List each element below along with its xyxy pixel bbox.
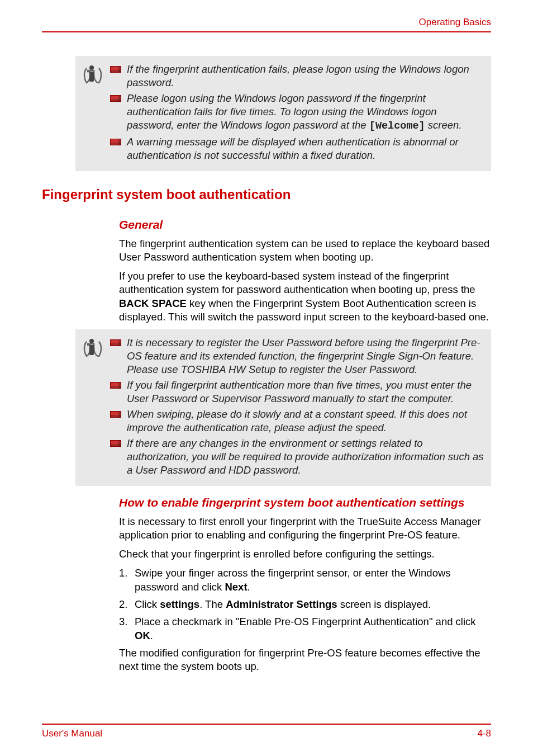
note-text: It is necessary to register the User Pas…: [127, 336, 484, 376]
bullet-icon: [110, 440, 121, 447]
list-item: 2. Click settings. The Administrator Set…: [119, 598, 491, 612]
step-text: Click settings. The Administrator Settin…: [135, 598, 491, 612]
note-text: A warning message will be displayed when…: [127, 135, 484, 162]
list-item: 1. Swipe your finger across the fingerpr…: [119, 566, 491, 594]
svg-point-3: [89, 339, 94, 343]
page-header: Operating Basics: [42, 17, 491, 32]
paragraph: Check that your fingerprint is enrolled …: [119, 547, 491, 561]
info-icon: [82, 336, 110, 479]
paragraph: If you prefer to use the keyboard-based …: [119, 270, 491, 323]
step-text: Swipe your finger across the fingerprint…: [135, 566, 491, 594]
note-text: When swiping, please do it slowly and at…: [127, 408, 484, 434]
bullet-icon: [110, 66, 121, 73]
svg-rect-0: [89, 72, 94, 82]
bullet-icon: [110, 139, 121, 145]
note-box-1: If the fingerprint authentication fails,…: [75, 56, 491, 171]
note-text: If you fail fingerprint authentication m…: [127, 379, 484, 405]
note-box-2: It is necessary to register the User Pas…: [75, 329, 491, 486]
footer-right: 4-8: [477, 728, 491, 739]
step-number: 3.: [119, 615, 135, 643]
page-footer: User's Manual 4-8: [42, 724, 491, 739]
section-heading: Fingerprint system boot authentication: [42, 187, 491, 202]
bullet-icon: [110, 411, 121, 418]
paragraph: It is necessary to first enroll your fin…: [119, 515, 491, 542]
paragraph: The modified configuration for fingerpri…: [119, 646, 491, 673]
footer-left: User's Manual: [42, 728, 102, 739]
bullet-icon: [110, 382, 121, 389]
paragraph: The fingerprint authentication system ca…: [119, 237, 491, 264]
subsection-heading: General: [119, 218, 491, 231]
step-number: 2.: [119, 598, 135, 612]
svg-rect-2: [89, 345, 94, 355]
bullet-icon: [110, 95, 121, 102]
note-text: If there are any changes in the environm…: [127, 437, 484, 477]
bullet-icon: [110, 339, 121, 346]
svg-point-1: [89, 65, 94, 70]
subsection-heading: How to enable fingerprint system boot au…: [119, 496, 491, 509]
note-text: Please logon using the Windows logon pas…: [127, 92, 484, 133]
list-item: 3. Place a checkmark in "Enable Pre-OS F…: [119, 615, 491, 643]
step-text: Place a checkmark in "Enable Pre-OS Fing…: [135, 615, 491, 643]
steps-list: 1. Swipe your finger across the fingerpr…: [119, 566, 491, 643]
note-text: If the fingerprint authentication fails,…: [127, 63, 484, 89]
info-icon: [82, 63, 110, 164]
step-number: 1.: [119, 566, 135, 594]
header-title: Operating Basics: [419, 17, 491, 27]
